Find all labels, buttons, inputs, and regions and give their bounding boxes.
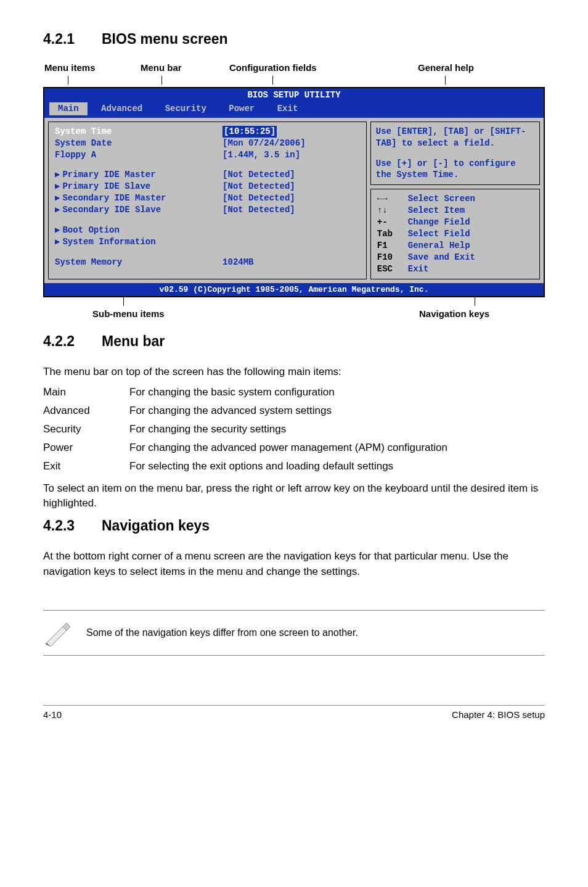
body-text: At the bottom right corner of a menu scr… bbox=[43, 549, 545, 579]
bios-footer: v02.59 (C)Copyright 1985-2005, American … bbox=[44, 283, 544, 297]
submenu-row[interactable]: ▶Secondary IDE Slave[Not Detected] bbox=[55, 204, 360, 216]
menu-tab-exit[interactable]: Exit bbox=[269, 102, 307, 115]
menu-definition-list: MainFor changing the basic system config… bbox=[43, 386, 545, 472]
submenu-arrow-icon: ▶ bbox=[55, 170, 60, 179]
submenu-arrow-icon: ▶ bbox=[55, 225, 60, 235]
menu-tab-advanced[interactable]: Advanced bbox=[92, 102, 151, 115]
submenu-row[interactable]: ▶System Information bbox=[55, 236, 360, 248]
submenu-arrow-icon: ▶ bbox=[55, 193, 60, 203]
body-text: To select an item on the menu bar, press… bbox=[43, 481, 545, 511]
submenu-arrow-icon: ▶ bbox=[55, 181, 60, 191]
submenu-row[interactable]: ▶Primary IDE Slave[Not Detected] bbox=[55, 181, 360, 192]
chapter-label: Chapter 4: BIOS setup bbox=[452, 709, 545, 720]
bios-help-box: Use [ENTER], [TAB] or [SHIFT-TAB] to sel… bbox=[370, 122, 540, 186]
page-number: 4-10 bbox=[43, 709, 62, 720]
section-heading-1: 4.2.1BIOS menu screen bbox=[43, 31, 545, 47]
section-heading-3: 4.2.3Navigation keys bbox=[43, 518, 545, 534]
submenu-row[interactable]: ▶Primary IDE Master[Not Detected] bbox=[55, 169, 360, 181]
bios-screenshot: BIOS SETUP UTILITY Main Advanced Securit… bbox=[43, 87, 545, 297]
field-row[interactable]: System Date[Mon 07/24/2006] bbox=[55, 138, 360, 149]
submenu-arrow-icon: ▶ bbox=[55, 237, 60, 247]
section-heading-2: 4.2.2Menu bar bbox=[43, 333, 545, 350]
submenu-row[interactable]: ▶Secondary IDE Master[Not Detected] bbox=[55, 192, 360, 204]
bios-left-pane: System Time[10:55:25] System Date[Mon 07… bbox=[48, 122, 367, 279]
bios-navkeys-box: ←→Select Screen ↑↓Select Item +-Change F… bbox=[370, 189, 540, 279]
diagram-bottom-labels: Sub-menu items Navigation keys bbox=[43, 297, 545, 322]
field-row[interactable]: System Time[10:55:25] bbox=[55, 126, 360, 138]
bios-menu-bar: Main Advanced Security Power Exit bbox=[44, 102, 544, 118]
menu-tab-power[interactable]: Power bbox=[220, 102, 263, 115]
bios-title: BIOS SETUP UTILITY bbox=[44, 88, 544, 102]
note-callout: Some of the navigation keys differ from … bbox=[43, 610, 545, 656]
pencil-icon bbox=[43, 619, 70, 646]
diagram-top-labels: Menu items Menu bar Configuration fields… bbox=[43, 62, 545, 87]
submenu-arrow-icon: ▶ bbox=[55, 205, 60, 215]
submenu-row[interactable]: ▶Boot Option bbox=[55, 225, 360, 236]
field-row: System Memory1024MB bbox=[55, 257, 360, 268]
menu-tab-security[interactable]: Security bbox=[157, 102, 215, 115]
body-text: The menu bar on top of the screen has th… bbox=[43, 365, 545, 380]
field-row[interactable]: Floppy A[1.44M, 3.5 in] bbox=[55, 149, 360, 161]
note-text: Some of the navigation keys differ from … bbox=[86, 627, 358, 638]
menu-tab-main[interactable]: Main bbox=[49, 102, 88, 115]
page-footer: 4-10 Chapter 4: BIOS setup bbox=[43, 705, 545, 720]
